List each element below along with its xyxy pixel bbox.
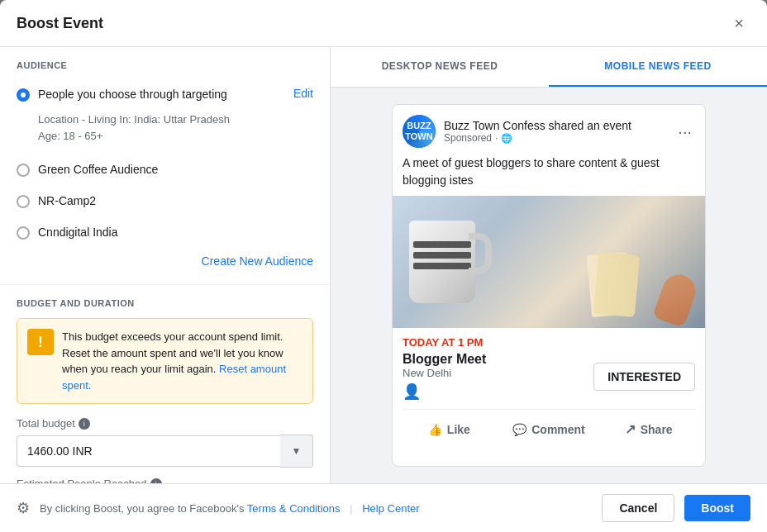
cnndigital-label: Cnndigital India: [38, 226, 118, 239]
footer-disclaimer: By clicking Boost, you agree to Facebook…: [40, 502, 592, 515]
budget-section-title: BUDGET AND DURATION: [17, 298, 313, 308]
budget-dropdown-button[interactable]: ▼: [280, 435, 313, 468]
audience-cnndigital[interactable]: Cnndigital India: [17, 216, 313, 248]
share-button[interactable]: ↗ Share: [598, 413, 698, 445]
poster-avatar: BUZZTOWN: [403, 115, 436, 148]
budget-input[interactable]: [17, 435, 280, 467]
budget-section: BUDGET AND DURATION ! This budget exceed…: [0, 285, 330, 483]
spacer: [17, 147, 313, 154]
event-time: TODAY AT 1 PM: [403, 336, 695, 349]
total-budget-label: Total budget i: [17, 417, 313, 430]
like-icon: 👍: [428, 423, 442, 436]
footer-separator: |: [350, 502, 352, 515]
sponsored-label: Sponsored · 🌐: [444, 132, 666, 144]
audience-section: AUDIENCE People you choose through targe…: [0, 47, 330, 285]
modal-title: Boost Event: [17, 15, 103, 32]
warning-box: ! This budget exceeds your account spend…: [17, 318, 313, 404]
share-icon: ↗: [625, 421, 636, 437]
boost-button[interactable]: Boost: [684, 495, 750, 521]
event-name: Blogger Meet: [403, 352, 486, 367]
left-panel: AUDIENCE People you choose through targe…: [0, 47, 331, 483]
nr-camp2-label: NR-Camp2: [38, 194, 96, 207]
globe-icon: 🌐: [501, 133, 512, 144]
help-center-link[interactable]: Help Center: [362, 502, 419, 515]
location-detail: Location - Living In: India: Uttar Prade…: [38, 112, 313, 128]
event-info-row: Blogger Meet New Delhi 👤 INTERESTED: [403, 352, 695, 401]
radio-empty-3: [17, 226, 30, 240]
preview-tabs: DESKTOP NEWS FEED MOBILE NEWS FEED: [331, 47, 767, 88]
fb-actions: 👍 Like 💬 Comment ↗ Share: [393, 410, 705, 449]
more-options-button[interactable]: ···: [674, 119, 695, 145]
radio-dot-inner: [21, 93, 26, 97]
audience-green-coffee[interactable]: Green Coffee Audience: [17, 154, 313, 185]
like-button[interactable]: 👍 Like: [399, 413, 499, 445]
fb-card-header: BUZZTOWN Buzz Town Confess shared an eve…: [393, 105, 705, 154]
radio-empty-2: [17, 195, 30, 208]
modal-overlay: Boost Event × AUDIENCE People you cho: [0, 0, 767, 532]
estimated-reached-label: Estimated People Reached i: [17, 477, 313, 483]
settings-icon[interactable]: ⚙: [17, 499, 30, 517]
cancel-button[interactable]: Cancel: [602, 494, 674, 522]
comment-icon: 💬: [512, 423, 526, 436]
radio-dot-selected: [17, 88, 30, 102]
boost-event-modal: Boost Event × AUDIENCE People you cho: [0, 0, 767, 532]
age-detail: Age: 18 - 65+: [38, 128, 313, 145]
budget-input-row: ▼: [17, 435, 313, 468]
chevron-down-icon: ▼: [292, 445, 302, 457]
tab-mobile[interactable]: MOBILE NEWS FEED: [549, 47, 767, 87]
total-budget-info-icon[interactable]: i: [79, 418, 90, 430]
fb-post-image: [393, 196, 705, 328]
comment-button[interactable]: 💬 Comment: [499, 413, 599, 445]
green-coffee-label: Green Coffee Audience: [38, 163, 158, 176]
warning-icon: !: [27, 329, 54, 355]
targeting-radio-selected: People you choose through targeting: [17, 87, 293, 102]
modal-header: Boost Event ×: [0, 0, 767, 47]
radio-empty-1: [17, 164, 30, 177]
fb-post-text: A meet of guest bloggers to share conten…: [393, 154, 705, 196]
terms-link[interactable]: Terms & Conditions: [247, 502, 341, 515]
close-button[interactable]: ×: [727, 12, 750, 35]
fb-post-meta: Buzz Town Confess shared an event Sponso…: [444, 119, 666, 144]
interested-button[interactable]: INTERESTED: [593, 363, 695, 391]
mug-visual: [409, 204, 492, 311]
audience-nr-camp2[interactable]: NR-Camp2: [17, 185, 313, 216]
facebook-card-preview: BUZZTOWN Buzz Town Confess shared an eve…: [392, 104, 706, 467]
create-audience-row: Create New Audience: [17, 248, 313, 271]
audience-section-title: AUDIENCE: [17, 60, 313, 70]
modal-footer: ⚙ By clicking Boost, you agree to Facebo…: [0, 483, 767, 532]
audience-targeting-item: People you choose through targeting Edit: [17, 80, 313, 108]
event-location: New Delhi: [403, 367, 486, 379]
tab-desktop[interactable]: DESKTOP NEWS FEED: [331, 47, 549, 87]
event-attendee-icon: 👤: [403, 382, 486, 401]
targeting-label: People you choose through targeting: [38, 88, 293, 101]
total-budget-field: Total budget i ▼: [17, 417, 313, 468]
preview-area: BUZZTOWN Buzz Town Confess shared an eve…: [331, 88, 767, 483]
modal-body: AUDIENCE People you choose through targe…: [0, 47, 767, 483]
edit-audience-link[interactable]: Edit: [293, 87, 313, 100]
create-new-audience-link[interactable]: Create New Audience: [202, 254, 313, 268]
right-panel: DESKTOP NEWS FEED MOBILE NEWS FEED BUZZ: [331, 47, 767, 483]
poster-name: Buzz Town Confess shared an event: [444, 119, 666, 132]
audience-details: Location - Living In: India: Uttar Prade…: [38, 108, 313, 147]
fb-event-block: TODAY AT 1 PM Blogger Meet New Delhi 👤 I…: [393, 328, 705, 409]
warning-text: This budget exceeds your account spend l…: [62, 329, 303, 393]
